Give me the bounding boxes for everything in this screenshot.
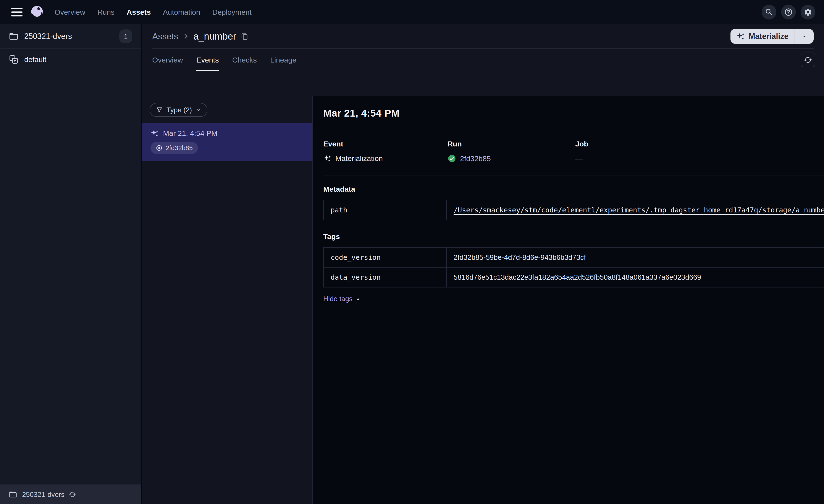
event-detail-panel: Mar 21, 4:54 PM Event Materialization: [313, 96, 824, 504]
sidebar-item-code-location[interactable]: 250321-dvers 1: [0, 24, 141, 49]
materialize-split-button: Materialize: [730, 29, 814, 44]
run-status-icon: [156, 144, 163, 151]
filter-icon: [156, 106, 163, 114]
tab-lineage[interactable]: Lineage: [270, 49, 296, 71]
folder-icon: [9, 31, 19, 41]
asset-header: Assets a_number Materialize: [142, 24, 824, 48]
asset-sidebar: 250321-dvers 1 default 250321-dvers: [0, 24, 141, 504]
metadata-table: path /Users/smackesey/stm/code/elementl/…: [323, 200, 824, 220]
chevron-right-icon: [182, 33, 189, 40]
divider: [323, 129, 824, 129]
materialize-button[interactable]: Materialize: [730, 29, 795, 44]
footer-code-location-label: 250321-dvers: [22, 491, 65, 499]
metadata-heading: Metadata: [323, 185, 824, 194]
table-row: path /Users/smackesey/stm/code/elementl/…: [324, 200, 824, 220]
run-id-label: 2fd32b85: [166, 144, 193, 152]
tag-value: 5816d76e51c13dac22e3fa182a654aa2d526fb50…: [453, 273, 701, 281]
events-content: Type (2) Mar 21, 4:54 PM 2fd32b85: [142, 96, 824, 504]
type-filter-label: Type (2): [167, 106, 192, 114]
chevron-down-icon: [195, 107, 201, 113]
event-timestamp: Mar 21, 4:54 PM: [163, 129, 217, 138]
breadcrumb-assets-link[interactable]: Assets: [152, 31, 178, 41]
hide-tags-link[interactable]: Hide tags: [323, 295, 361, 303]
code-location-label: 250321-dvers: [24, 32, 119, 41]
sidebar-item-default-group[interactable]: default: [0, 49, 141, 70]
sparkle-icon: [736, 32, 745, 41]
tags-heading: Tags: [323, 232, 824, 241]
event-detail-title: Mar 21, 4:54 PM: [323, 107, 824, 119]
breadcrumb: Assets a_number: [152, 31, 249, 42]
asset-count-badge: 1: [119, 29, 132, 43]
divider: [323, 175, 824, 175]
triangle-up-icon: [355, 296, 361, 301]
hide-tags-label: Hide tags: [323, 295, 352, 303]
reload-location-icon[interactable]: [69, 491, 76, 498]
job-value: —: [575, 154, 583, 163]
materialize-label: Materialize: [749, 32, 789, 41]
table-row: code_version 2fd32b85-59be-4d7d-8d6e-943…: [324, 248, 824, 267]
run-column-label: Run: [447, 140, 575, 148]
search-icon[interactable]: [762, 5, 777, 19]
event-type-value: Materialization: [335, 154, 383, 163]
metadata-path-link[interactable]: /Users/smackesey/stm/code/elementl/exper…: [453, 206, 824, 214]
tags-table: code_version 2fd32b85-59be-4d7d-8d6e-943…: [323, 247, 824, 287]
materialization-sparkle-icon: [150, 129, 159, 138]
asset-name: a_number: [193, 31, 236, 42]
event-list-panel: Type (2) Mar 21, 4:54 PM 2fd32b85: [142, 96, 313, 504]
copy-asset-name-icon[interactable]: [240, 32, 249, 40]
tag-key: data_version: [324, 268, 447, 287]
refresh-icon[interactable]: [801, 52, 815, 67]
materialize-dropdown-caret-icon[interactable]: [795, 29, 814, 44]
type-filter-button[interactable]: Type (2): [149, 103, 207, 117]
sidebar-footer: 250321-dvers: [0, 485, 141, 504]
event-list-item[interactable]: Mar 21, 4:54 PM 2fd32b85: [142, 123, 312, 161]
help-icon[interactable]: [781, 5, 796, 19]
job-column-label: Job: [575, 140, 824, 148]
nav-item-overview[interactable]: Overview: [55, 8, 85, 16]
nav-item-runs[interactable]: Runs: [97, 8, 114, 16]
table-row: data_version 5816d76e51c13dac22e3fa182a6…: [324, 267, 824, 287]
run-id-link[interactable]: 2fd32b85: [460, 154, 491, 163]
tag-key: code_version: [324, 248, 447, 267]
event-column-label: Event: [323, 140, 447, 148]
folder-icon: [9, 490, 17, 499]
asset-group-label: default: [24, 55, 46, 64]
primary-nav: Overview Runs Assets Automation Deployme…: [55, 8, 251, 16]
nav-item-assets[interactable]: Assets: [127, 8, 151, 16]
dagster-logo-icon: [30, 5, 44, 19]
run-id-chip[interactable]: 2fd32b85: [150, 142, 198, 154]
nav-item-automation[interactable]: Automation: [163, 8, 200, 16]
main-content: Assets a_number Materialize: [142, 24, 824, 504]
materialization-sparkle-icon: [323, 154, 331, 163]
asset-group-icon: [9, 54, 19, 65]
menu-icon[interactable]: [11, 8, 22, 16]
tab-overview[interactable]: Overview: [152, 49, 183, 71]
tag-value: 2fd32b85-59be-4d7d-8d6e-943b6b3d73cf: [453, 253, 586, 261]
tab-events[interactable]: Events: [196, 49, 219, 71]
top-nav: Overview Runs Assets Automation Deployme…: [0, 0, 824, 24]
nav-item-deployment[interactable]: Deployment: [212, 8, 251, 16]
tab-checks[interactable]: Checks: [232, 49, 257, 71]
settings-gear-icon[interactable]: [801, 5, 815, 19]
asset-tabs: Overview Events Checks Lineage: [142, 49, 824, 72]
metadata-key: path: [324, 200, 447, 220]
run-success-icon: [447, 154, 456, 163]
